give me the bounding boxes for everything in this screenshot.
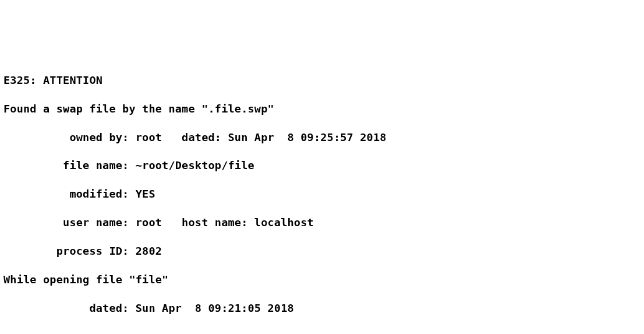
file-name-line: file name: ~root/Desktop/file [3,159,641,173]
process-id-line: process ID: 2802 [3,244,641,258]
user-host-line: user name: root host name: localhost [3,216,641,230]
swap-found-line: Found a swap file by the name ".file.swp… [3,102,641,116]
file-dated-line: dated: Sun Apr 8 09:21:05 2018 [3,301,641,315]
modified-line: modified: YES [3,187,641,201]
owned-by-line: owned by: root dated: Sun Apr 8 09:25:57… [3,131,641,145]
vim-swap-warning-terminal: E325: ATTENTION Found a swap file by the… [3,59,641,334]
while-opening-line: While opening file "file" [3,273,641,287]
warning-header: E325: ATTENTION [3,73,641,87]
